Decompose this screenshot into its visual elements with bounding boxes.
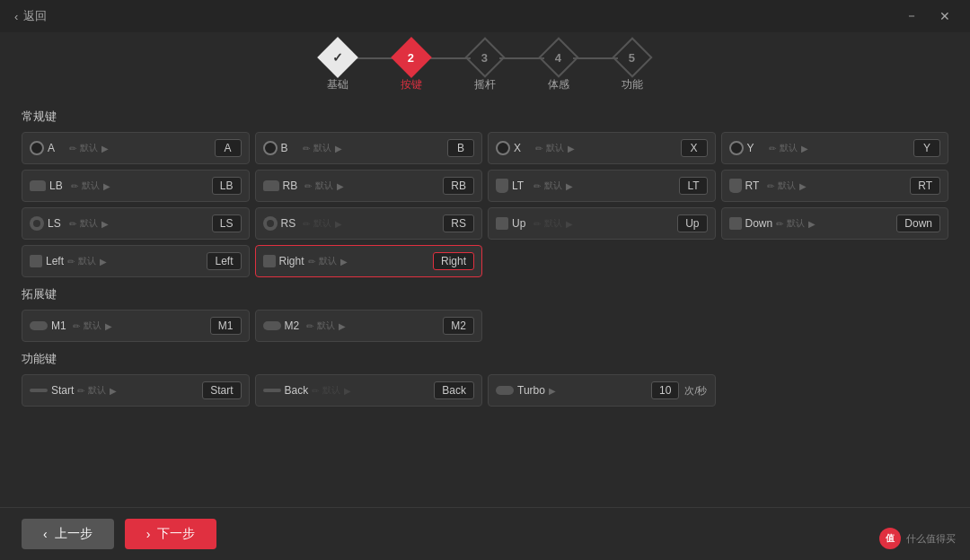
title-bar: ‹ 返回 － ✕ <box>0 0 970 32</box>
rt-icon <box>729 179 742 193</box>
next-arrow-icon: › <box>146 527 151 541</box>
prev-button[interactable]: ‹ 上一步 <box>22 519 114 549</box>
next-button[interactable]: › 下一步 <box>125 519 217 549</box>
key-up[interactable]: Up ✏ 默认 ▶ Up <box>488 207 716 240</box>
step-4-num: 4 <box>555 50 561 64</box>
watermark-text: 什么值得买 <box>906 532 956 546</box>
prev-arrow-icon: ‹ <box>43 527 48 541</box>
key-x[interactable]: X ✏ 默认 ▶ X <box>488 132 716 164</box>
back-arrow-icon: ‹ <box>14 10 18 23</box>
main-content: 常规键 A ✏ 默认 ▶ A B ✏ 默认 ▶ B X ✏ 默认 ▶ X <box>0 100 970 507</box>
key-down[interactable]: Down ✏ 默认 ▶ Down <box>721 207 949 240</box>
bottom-nav: ‹ 上一步 › 下一步 值 什么值得买 <box>0 507 970 560</box>
prev-label: 上一步 <box>55 526 93 542</box>
lb-icon <box>30 180 46 191</box>
step-3-label: 摇杆 <box>474 77 496 92</box>
key-start[interactable]: Start ✏ 默认 ▶ Start <box>22 374 250 407</box>
stepper: ✓ 基础 2 按键 3 摇杆 4 体感 5 功能 <box>0 32 970 100</box>
step-3: 3 摇杆 <box>471 43 499 92</box>
watermark: 值 什么值得买 <box>879 528 956 549</box>
key-ls[interactable]: LS ✏ 默认 ▶ LS <box>22 207 250 240</box>
key-a[interactable]: A ✏ 默认 ▶ A <box>22 132 250 164</box>
m1-icon <box>30 321 48 330</box>
key-lb[interactable]: LB ✏ 默认 ▶ LB <box>22 170 250 202</box>
down-icon <box>729 217 742 230</box>
ls-icon <box>30 216 44 231</box>
key-row-extended: M1 ✏ 默认 ▶ M1 M2 ✏ 默认 ▶ M2 <box>22 310 948 342</box>
connector-4-5 <box>573 57 618 59</box>
rb-icon <box>263 180 279 191</box>
key-left[interactable]: Left ✏ 默认 ▶ Left <box>22 245 250 277</box>
key-back[interactable]: Back ✏ 默认 ▶ Back <box>255 374 483 407</box>
step-2-num: 2 <box>408 50 414 64</box>
step-2-label: 按键 <box>401 77 422 92</box>
a-icon <box>30 141 44 155</box>
section-normal-title: 常规键 <box>22 109 948 125</box>
step-4: 4 体感 <box>544 43 573 92</box>
step-5: 5 功能 <box>618 43 647 92</box>
rs-icon <box>263 216 278 231</box>
turbo-unit: 次/秒 <box>684 384 707 398</box>
window-controls: － ✕ <box>900 6 956 26</box>
step-1: ✓ 基础 <box>323 43 352 92</box>
back-button[interactable]: ‹ 返回 <box>14 8 47 24</box>
step-3-shape: 3 <box>464 37 505 77</box>
connector-1-2 <box>352 57 397 59</box>
back-label: 返回 <box>23 8 47 24</box>
step-4-label: 体感 <box>548 77 569 92</box>
step-2: 2 按键 <box>397 43 426 92</box>
key-b[interactable]: B ✏ 默认 ▶ B <box>255 132 483 164</box>
turbo-icon <box>496 386 514 395</box>
key-row-abxy: A ✏ 默认 ▶ A B ✏ 默认 ▶ B X ✏ 默认 ▶ X Y ✏ <box>22 132 948 164</box>
left-icon <box>30 255 42 267</box>
step-1-check: ✓ <box>332 50 343 65</box>
close-button[interactable]: ✕ <box>934 7 956 25</box>
step-5-num: 5 <box>629 50 635 64</box>
lt-icon <box>496 179 508 193</box>
m2-icon <box>263 321 281 330</box>
minimize-button[interactable]: － <box>900 6 923 26</box>
key-rb[interactable]: RB ✏ 默认 ▶ RB <box>255 170 483 202</box>
key-row-sticks-ud: LS ✏ 默认 ▶ LS RS ✏ 默认 ▶ RS Up ✏ 默认 ▶ Up D… <box>22 207 948 240</box>
key-turbo[interactable]: Turbo ▶ 10 次/秒 <box>488 374 716 407</box>
section-extended-title: 拓展键 <box>22 286 948 302</box>
key-lt[interactable]: LT ✏ 默认 ▶ LT <box>488 170 716 202</box>
key-right[interactable]: Right ✏ 默认 ▶ Right <box>255 245 483 277</box>
step-1-shape: ✓ <box>317 37 357 77</box>
step-1-label: 基础 <box>327 77 348 92</box>
key-rt[interactable]: RT ✏ 默认 ▶ RT <box>721 170 949 202</box>
next-label: 下一步 <box>157 526 195 542</box>
watermark-logo: 值 <box>879 528 901 549</box>
key-row-lr: Left ✏ 默认 ▶ Left Right ✏ 默认 ▶ Right <box>22 245 948 277</box>
connector-2-3 <box>426 57 471 59</box>
step-3-num: 3 <box>481 50 488 64</box>
key-row-function: Start ✏ 默认 ▶ Start Back ✏ 默认 ▶ Back Turb… <box>22 374 948 407</box>
step-5-shape: 5 <box>612 37 652 77</box>
key-y[interactable]: Y ✏ 默认 ▶ Y <box>721 132 949 164</box>
step-4-shape: 4 <box>538 37 578 77</box>
key-m1[interactable]: M1 ✏ 默认 ▶ M1 <box>22 310 250 342</box>
step-2-shape: 2 <box>391 37 431 77</box>
section-function-title: 功能键 <box>22 351 948 367</box>
key-rs[interactable]: RS ✏ 默认 ▶ RS <box>255 207 483 240</box>
right-icon <box>263 255 276 267</box>
start-icon <box>30 389 48 392</box>
x-icon <box>496 141 510 155</box>
b-icon <box>263 141 278 155</box>
y-icon <box>729 141 744 155</box>
connector-3-4 <box>499 57 544 59</box>
step-5-label: 功能 <box>622 77 643 92</box>
key-row-bumpers: LB ✏ 默认 ▶ LB RB ✏ 默认 ▶ RB LT ✏ 默认 ▶ LT R… <box>22 170 948 202</box>
key-m2[interactable]: M2 ✏ 默认 ▶ M2 <box>255 310 483 342</box>
up-icon <box>496 217 508 230</box>
back-icon <box>263 389 281 392</box>
